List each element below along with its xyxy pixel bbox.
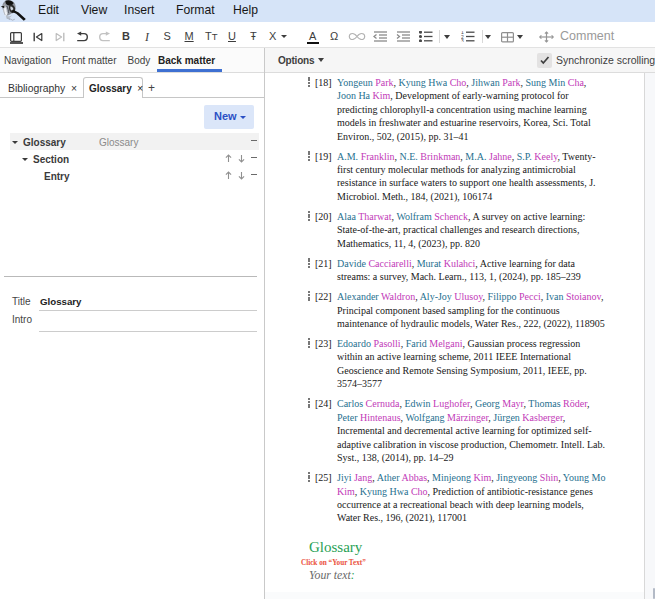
svg-text:3: 3 — [461, 38, 464, 43]
